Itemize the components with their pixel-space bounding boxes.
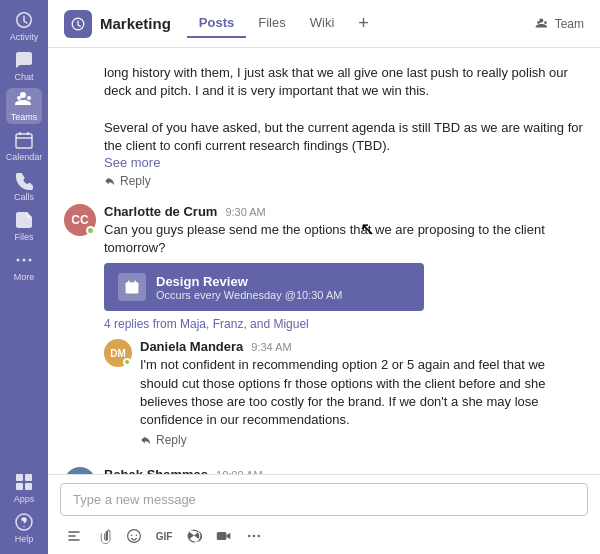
nested-text-daniela: I'm not confident in recommending option… — [140, 356, 584, 429]
header-right-controls: Team — [535, 17, 584, 31]
svg-point-3 — [29, 259, 32, 262]
reply-button-1[interactable]: Reply — [104, 174, 584, 188]
team-label: Team — [555, 17, 584, 31]
svg-point-15 — [248, 535, 250, 537]
message-group-babak: BS Babak Shammas 10:00 AM Daniela, Daich… — [48, 459, 600, 474]
message-text-charlotte: Can you guys please send me the options … — [104, 221, 584, 257]
gif-button[interactable]: GIF — [150, 522, 178, 550]
avatar-babak: BS — [64, 467, 96, 474]
svg-rect-6 — [16, 483, 23, 490]
avatar-daniela: DM — [104, 339, 132, 367]
channel-name: Marketing — [100, 15, 171, 32]
svg-rect-4 — [16, 474, 23, 481]
more-options-button[interactable] — [240, 522, 268, 550]
message-group-1: long history with them, I just ask that … — [48, 56, 600, 196]
svg-point-16 — [253, 535, 255, 537]
meet-now-button[interactable] — [210, 522, 238, 550]
sidebar-icon-chat[interactable]: Chat — [6, 48, 42, 84]
messages-list: long history with them, I just ask that … — [48, 48, 600, 474]
message-header-charlotte: Charlotte de Crum 9:30 AM — [104, 204, 584, 219]
message-input-area: Type a new message GIF — [48, 474, 600, 554]
card-title: Design Review — [156, 274, 342, 289]
replies-count-charlotte[interactable]: 4 replies from Maja, Franz, and Miguel — [104, 317, 584, 331]
svg-rect-14 — [217, 532, 227, 540]
sidebar-icon-files[interactable]: Files — [6, 208, 42, 244]
card-subtitle: Occurs every Wednesday @10:30 AM — [156, 289, 342, 301]
emoji-button[interactable] — [120, 522, 148, 550]
sidebar-icon-apps[interactable]: Apps — [6, 470, 42, 506]
online-indicator-charlotte — [86, 226, 95, 235]
sidebar: Activity Chat Teams Calendar Calls Files… — [0, 0, 48, 554]
message-content-charlotte: Charlotte de Crum 9:30 AM Can you guys p… — [104, 204, 584, 451]
message-input[interactable]: Type a new message — [60, 483, 588, 516]
nested-reply-daniela: DM Daniela Mandera 9:34 AM I'm not confi… — [104, 335, 584, 451]
svg-point-13 — [136, 534, 138, 536]
svg-rect-10 — [126, 283, 139, 294]
design-review-card[interactable]: Design Review Occurs every Wednesday @10… — [104, 263, 424, 311]
nested-time-daniela: 9:34 AM — [251, 341, 291, 353]
channel-icon — [64, 10, 92, 38]
input-toolbar: GIF — [60, 522, 588, 550]
message-group-charlotte: CC Charlotte de Crum 9:30 AM Can you guy… — [48, 196, 600, 459]
sidebar-icon-calls[interactable]: Calls — [6, 168, 42, 204]
card-calendar-icon — [118, 273, 146, 301]
message-author-charlotte: Charlotte de Crum — [104, 204, 217, 219]
channel-header: Marketing Posts Files Wiki + Team — [48, 0, 600, 48]
sidebar-icon-calendar[interactable]: Calendar — [6, 128, 42, 164]
svg-point-1 — [17, 259, 20, 262]
attach-file-button[interactable] — [90, 522, 118, 550]
avatar-charlotte: CC — [64, 204, 96, 236]
message-text-1: long history with them, I just ask that … — [104, 64, 584, 155]
nested-author-daniela: Daniela Mandera — [140, 339, 243, 354]
sticker-button[interactable] — [180, 522, 208, 550]
tab-files[interactable]: Files — [246, 9, 297, 38]
card-info: Design Review Occurs every Wednesday @10… — [156, 274, 342, 301]
sidebar-icon-teams[interactable]: Teams — [6, 88, 42, 124]
nested-content-daniela: Daniela Mandera 9:34 AM I'm not confiden… — [140, 339, 584, 447]
svg-rect-7 — [25, 483, 32, 490]
svg-point-2 — [23, 259, 26, 262]
svg-point-9 — [23, 526, 25, 528]
sidebar-icon-help[interactable]: Help — [6, 510, 42, 546]
svg-rect-0 — [16, 134, 32, 148]
avatar-placeholder — [64, 64, 96, 188]
see-more-link-1[interactable]: See more — [104, 155, 160, 170]
svg-point-12 — [131, 534, 133, 536]
team-icon — [535, 17, 549, 31]
tab-posts[interactable]: Posts — [187, 9, 246, 38]
message-content-babak: Babak Shammas 10:00 AM Daniela, Daichi m… — [104, 467, 584, 474]
message-author-babak: Babak Shammas — [104, 467, 208, 474]
format-text-button[interactable] — [60, 522, 88, 550]
sidebar-icon-more[interactable]: More — [6, 248, 42, 284]
tab-wiki[interactable]: Wiki — [298, 9, 347, 38]
reply-button-daniela[interactable]: Reply — [140, 433, 584, 447]
sidebar-icon-activity[interactable]: Activity — [6, 8, 42, 44]
online-indicator-daniela — [123, 358, 131, 366]
channel-tabs: Posts Files Wiki — [187, 9, 346, 38]
add-tab-button[interactable]: + — [354, 9, 373, 38]
svg-rect-5 — [25, 474, 32, 481]
message-time-charlotte: 9:30 AM — [225, 206, 265, 218]
svg-point-17 — [258, 535, 260, 537]
message-content-1: long history with them, I just ask that … — [104, 64, 584, 188]
main-panel: Marketing Posts Files Wiki + Team long h… — [48, 0, 600, 554]
